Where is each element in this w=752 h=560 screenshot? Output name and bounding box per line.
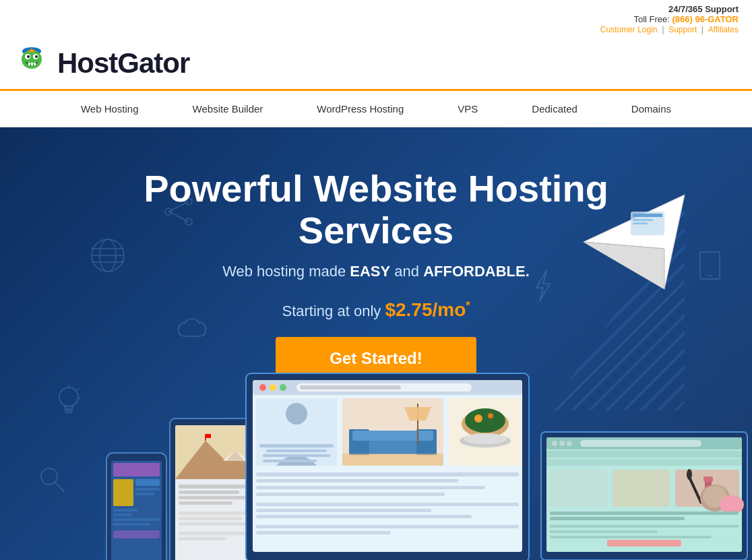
svg-rect-40 <box>113 463 160 476</box>
nav-website-builder[interactable]: Website Builder <box>166 91 290 127</box>
bulb-bg-icon <box>54 383 84 421</box>
svg-rect-116 <box>580 440 701 447</box>
affiliates-link[interactable]: Affiliates <box>708 25 739 34</box>
header: HostGator <box>0 37 752 91</box>
svg-point-28 <box>41 468 57 485</box>
logo-area: HostGator <box>13 44 189 82</box>
svg-rect-41 <box>113 479 133 506</box>
svg-rect-43 <box>135 488 160 491</box>
svg-rect-66 <box>179 517 243 520</box>
svg-rect-64 <box>179 501 232 505</box>
svg-point-129 <box>720 495 744 514</box>
logo-text: HostGator <box>57 47 189 80</box>
svg-rect-125 <box>703 476 713 482</box>
svg-rect-100 <box>256 479 458 483</box>
svg-rect-88 <box>352 431 433 441</box>
desktop-mockup <box>540 431 749 560</box>
svg-rect-46 <box>113 514 132 516</box>
svg-rect-35 <box>633 214 662 217</box>
svg-point-113 <box>552 441 557 446</box>
svg-rect-103 <box>256 503 519 506</box>
svg-rect-133 <box>550 530 658 533</box>
svg-rect-101 <box>256 486 485 489</box>
svg-line-25 <box>77 388 79 390</box>
support-label: 24/7/365 Support <box>668 4 739 14</box>
svg-rect-62 <box>179 491 239 494</box>
svg-rect-131 <box>550 517 685 520</box>
svg-marker-32 <box>584 195 685 289</box>
svg-rect-63 <box>179 496 246 499</box>
svg-rect-105 <box>256 515 472 518</box>
svg-rect-7 <box>28 63 30 65</box>
svg-point-5 <box>27 55 30 58</box>
svg-rect-23 <box>65 410 72 412</box>
svg-rect-134 <box>550 536 712 538</box>
svg-rect-36 <box>633 219 653 221</box>
svg-rect-120 <box>613 470 670 507</box>
svg-rect-130 <box>550 511 739 515</box>
svg-point-74 <box>270 384 276 391</box>
nav-dedicated[interactable]: Dedicated <box>505 91 604 127</box>
svg-rect-106 <box>256 525 519 528</box>
svg-point-94 <box>465 408 505 433</box>
svg-rect-104 <box>256 509 431 512</box>
svg-rect-60 <box>206 434 211 438</box>
svg-rect-77 <box>300 385 401 390</box>
svg-point-114 <box>559 441 565 446</box>
toll-free-label: Toll Free: <box>633 14 669 24</box>
main-nav: Web Hosting Website Builder WordPress Ho… <box>0 91 752 127</box>
asterisk: * <box>466 300 470 311</box>
phone-link[interactable]: (866) 96-GATOR <box>672 14 739 24</box>
nav-web-hosting[interactable]: Web Hosting <box>54 91 166 127</box>
svg-rect-102 <box>256 493 445 496</box>
svg-rect-99 <box>256 472 519 476</box>
svg-rect-69 <box>179 537 226 540</box>
phone-mockup <box>104 451 168 560</box>
svg-rect-44 <box>135 493 154 495</box>
paper-plane-icon <box>570 181 691 303</box>
svg-rect-22 <box>65 406 73 409</box>
svg-rect-37 <box>633 222 648 224</box>
top-bar: 24/7/365 Support Toll Free: (866) 96-GAT… <box>0 0 752 37</box>
svg-rect-8 <box>31 63 33 65</box>
svg-rect-107 <box>256 531 391 534</box>
price-prefix: Starting at only <box>282 303 385 319</box>
svg-point-79 <box>286 403 307 425</box>
svg-point-73 <box>259 384 266 391</box>
price-value: $2.75/mo <box>385 299 466 320</box>
svg-rect-119 <box>550 470 607 507</box>
laptop-mockup <box>243 370 532 560</box>
nav-domains[interactable]: Domains <box>604 91 698 127</box>
svg-rect-9 <box>34 63 36 65</box>
hero-price: $2.75/mo* <box>385 299 470 320</box>
logo-gator-icon <box>13 44 51 82</box>
svg-rect-47 <box>113 518 160 521</box>
svg-rect-118 <box>546 459 742 466</box>
cloud-bg-icon <box>175 316 222 343</box>
nav-vps[interactable]: VPS <box>431 91 505 127</box>
svg-rect-67 <box>179 522 249 526</box>
hero-section: Powerful Website Hosting Services Web ho… <box>0 127 752 560</box>
svg-point-6 <box>35 55 38 58</box>
svg-point-123 <box>687 469 692 480</box>
customer-login-link[interactable]: Customer Login <box>600 25 658 34</box>
svg-rect-45 <box>113 509 137 511</box>
svg-rect-42 <box>135 479 160 486</box>
nav-wordpress-hosting[interactable]: WordPress Hosting <box>290 91 431 127</box>
hero-subtitle: Web hosting made EASY and AFFORDABLE. <box>222 263 530 280</box>
phone-bg-icon <box>695 249 725 282</box>
svg-point-75 <box>280 384 286 391</box>
hero-price-line: Starting at only $2.75/mo* <box>282 299 470 321</box>
svg-rect-82 <box>263 454 330 457</box>
svg-rect-135 <box>607 540 681 547</box>
svg-rect-117 <box>546 451 742 458</box>
svg-rect-49 <box>113 530 160 538</box>
support-link[interactable]: Support <box>668 25 697 34</box>
svg-point-115 <box>567 441 572 446</box>
svg-point-21 <box>59 387 78 406</box>
svg-rect-91 <box>342 454 443 466</box>
svg-point-98 <box>464 433 507 444</box>
svg-rect-48 <box>113 523 150 526</box>
svg-rect-80 <box>259 444 334 447</box>
svg-rect-132 <box>550 525 739 528</box>
